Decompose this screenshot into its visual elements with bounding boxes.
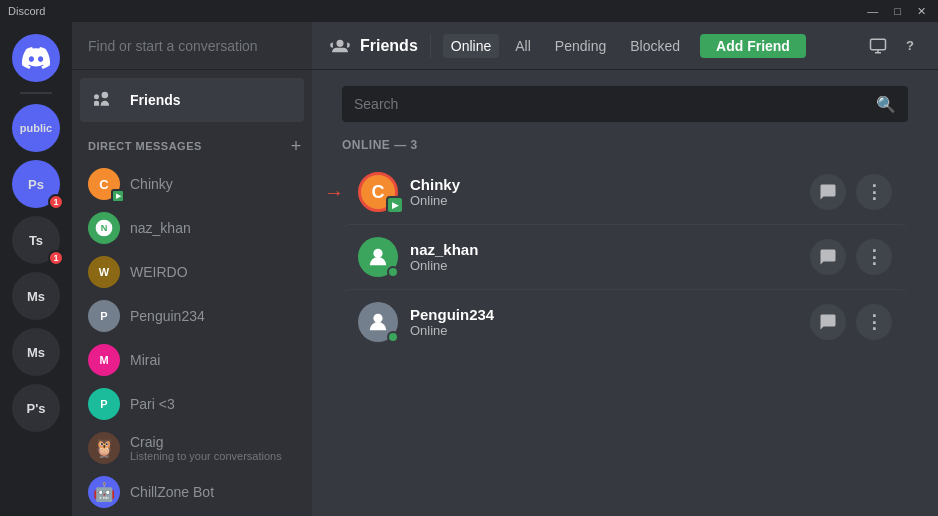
dm-item-weirdo[interactable]: W WEIRDO	[80, 250, 304, 294]
penguin-avatar: P	[88, 300, 120, 332]
chinky-game-icon: ▶	[386, 196, 404, 214]
main-content: Friends Online All Pending Blocked Add F…	[312, 22, 938, 516]
server-divider	[20, 92, 52, 94]
naz-khan-friend-actions: ⋮	[810, 239, 892, 275]
naz-khan-message-btn[interactable]	[810, 239, 846, 275]
friends-search-input[interactable]	[354, 96, 876, 112]
app-title: Discord	[8, 5, 45, 17]
svg-point-3	[373, 249, 382, 258]
server-icon-ms2[interactable]: Ms	[12, 328, 60, 376]
friends-content: 🔍 ONLINE — 3 → C ▶ Chinky Online	[312, 70, 938, 516]
maximize-btn[interactable]: □	[890, 5, 905, 18]
craig-avatar: 🦉	[88, 432, 120, 464]
dm-section-header: DIRECT MESSAGES +	[72, 122, 312, 158]
chinky-avatar-wrap: C ▶	[88, 168, 120, 200]
sidebar-item-friends[interactable]: Friends	[80, 78, 304, 122]
penguin-friend-status: Online	[410, 323, 810, 338]
tab-blocked[interactable]: Blocked	[622, 34, 688, 58]
chinky-arrow-indicator: →	[324, 181, 344, 204]
penguin-friend-avatar	[358, 302, 398, 342]
pari-dm-name: Pari <3	[130, 396, 175, 412]
svg-text:N: N	[101, 223, 108, 233]
svg-point-4	[373, 314, 382, 323]
chinky-friend-avatar-wrap: C ▶	[358, 172, 398, 212]
weirdo-avatar: W	[88, 256, 120, 288]
chinky-friend-name: Chinky	[410, 176, 810, 193]
dm-item-chillzone[interactable]: 🤖 ChillZone Bot	[80, 470, 304, 514]
server-sidebar: public Ps 1 Ts 1 Ms Ms P's	[0, 22, 72, 516]
home-icon[interactable]	[12, 34, 60, 82]
naz-khan-friend-avatar	[358, 237, 398, 277]
title-bar: Discord — □ ✕	[0, 0, 938, 22]
top-bar-divider	[430, 34, 431, 58]
chillzone-avatar: 🤖	[88, 476, 120, 508]
tab-pending[interactable]: Pending	[547, 34, 614, 58]
server-icon-ps2[interactable]: P's	[12, 384, 60, 432]
app-layout: public Ps 1 Ts 1 Ms Ms P's Find or start…	[0, 22, 938, 516]
server-badge-ps: 1	[48, 194, 64, 210]
penguin-more-btn[interactable]: ⋮	[856, 304, 892, 340]
dm-item-craig[interactable]: 🦉 Craig Listening to your conversations	[80, 426, 304, 470]
friends-icon	[88, 84, 120, 116]
tab-all[interactable]: All	[507, 34, 539, 58]
friends-icon-topbar	[328, 34, 352, 58]
top-bar: Friends Online All Pending Blocked Add F…	[312, 22, 938, 70]
dm-list: C ▶ Chinky N naz_khan W WEIR	[72, 158, 312, 516]
minimize-btn[interactable]: —	[863, 5, 882, 18]
server-icon-ts[interactable]: Ts 1	[12, 216, 60, 264]
server-icon-ms1[interactable]: Ms	[12, 272, 60, 320]
chinky-friend-status: Online	[410, 193, 810, 208]
friend-item-penguin[interactable]: Penguin234 Online ⋮	[342, 289, 908, 354]
penguin-message-btn[interactable]	[810, 304, 846, 340]
dm-item-penguin[interactable]: P Penguin234	[80, 294, 304, 338]
dm-item-mirai[interactable]: M Mirai	[80, 338, 304, 382]
online-count-header: ONLINE — 3	[342, 138, 908, 152]
tab-online[interactable]: Online	[443, 34, 499, 58]
naz-khan-friend-name: naz_khan	[410, 241, 810, 258]
penguin-status-dot	[387, 331, 399, 343]
naz-khan-more-btn[interactable]: ⋮	[856, 239, 892, 275]
server-badge-ts: 1	[48, 250, 64, 266]
dm-section-label: DIRECT MESSAGES	[88, 140, 202, 152]
naz-khan-dm-name: naz_khan	[130, 220, 191, 236]
penguin-dm-name: Penguin234	[130, 308, 205, 324]
chinky-message-btn[interactable]	[810, 174, 846, 210]
server-icon-ps[interactable]: Ps 1	[12, 160, 60, 208]
chinky-dm-name: Chinky	[130, 176, 173, 192]
naz-khan-friend-status: Online	[410, 258, 810, 273]
window-controls: — □ ✕	[863, 5, 930, 18]
dm-item-chinky[interactable]: C ▶ Chinky	[80, 162, 304, 206]
pari-avatar: P	[88, 388, 120, 420]
craig-dm-sub: Listening to your conversations	[130, 450, 282, 462]
close-btn[interactable]: ✕	[913, 5, 930, 18]
weirdo-dm-name: WEIRDO	[130, 264, 188, 280]
search-icon: 🔍	[876, 95, 896, 114]
friends-label: Friends	[130, 92, 181, 108]
friend-item-chinky[interactable]: → C ▶ Chinky Online ⋮	[342, 160, 908, 224]
dm-search-bar[interactable]: Find or start a conversation	[72, 22, 312, 70]
craig-dm-name: Craig	[130, 434, 282, 450]
add-friend-button[interactable]: Add Friend	[700, 34, 806, 58]
mirai-avatar: M	[88, 344, 120, 376]
dm-search-placeholder: Find or start a conversation	[88, 38, 258, 54]
dm-sidebar: Find or start a conversation Friends DIR…	[72, 22, 312, 516]
chinky-friend-actions: ⋮	[810, 174, 892, 210]
svg-rect-2	[871, 39, 886, 50]
top-bar-title: Friends	[360, 37, 418, 55]
dm-item-pari[interactable]: P Pari <3	[80, 382, 304, 426]
monitor-icon[interactable]	[866, 34, 890, 58]
chillzone-dm-name: ChillZone Bot	[130, 484, 214, 500]
help-icon[interactable]: ?	[898, 34, 922, 58]
chinky-more-btn[interactable]: ⋮	[856, 174, 892, 210]
penguin-friend-name: Penguin234	[410, 306, 810, 323]
chinky-game-badge: ▶	[111, 189, 125, 203]
friend-item-naz-khan[interactable]: naz_khan Online ⋮	[342, 224, 908, 289]
dm-item-naz-khan[interactable]: N naz_khan	[80, 206, 304, 250]
naz-khan-status-dot	[387, 266, 399, 278]
friends-search-container: 🔍	[342, 86, 908, 122]
penguin-friend-actions: ⋮	[810, 304, 892, 340]
mirai-dm-name: Mirai	[130, 352, 160, 368]
server-icon-public[interactable]: public	[12, 104, 60, 152]
naz-khan-avatar: N	[88, 212, 120, 244]
add-dm-btn[interactable]: +	[288, 138, 304, 154]
